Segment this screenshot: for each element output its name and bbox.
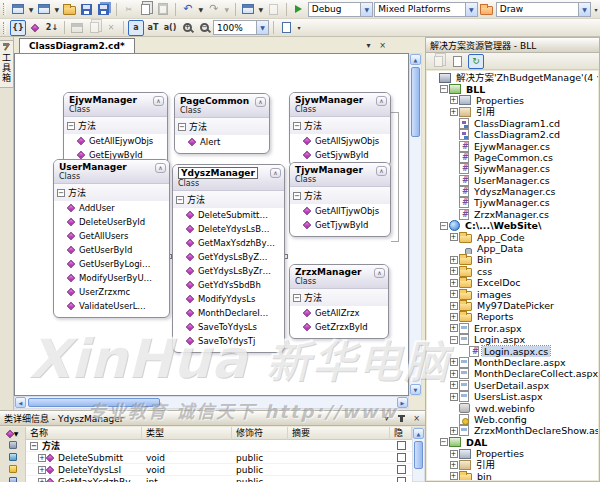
navigate-dropdown[interactable]: ▼ (257, 1, 265, 17)
collapse-chevron-button[interactable]: ∧ (374, 268, 385, 278)
collapse-chevron-button[interactable]: ∧ (155, 163, 166, 173)
tree-item-error.aspx[interactable]: +Error.aspx (427, 323, 598, 334)
scroll-thumb[interactable] (28, 398, 160, 407)
scroll-up-arrow[interactable]: ▲ (410, 54, 421, 65)
close-document-button[interactable]: × (376, 39, 389, 51)
scroll-down-arrow[interactable]: ▼ (410, 384, 421, 395)
collapse-chevron-button[interactable]: ∧ (255, 97, 266, 107)
page-setup-button[interactable] (278, 20, 294, 36)
detail-row-GetMaxYsdzhBy[interactable]: +GetMaxYsdzhByintpublic (26, 476, 412, 482)
add-shape-button[interactable] (27, 20, 43, 36)
col-hidden[interactable]: 隐藏 (390, 427, 412, 440)
method-item[interactable]: GetYdysLsByZr… (173, 264, 284, 278)
window-position-button[interactable]: ▾ (380, 412, 393, 424)
diagram-horizontal-scrollbar[interactable]: ◀ ▶ (14, 396, 409, 409)
undo-dropdown[interactable]: ▼ (197, 1, 205, 17)
col-type[interactable]: 类型 (142, 427, 232, 440)
save-button[interactable] (79, 1, 95, 17)
expand-icon[interactable]: + (449, 233, 458, 241)
section-collapse-icon[interactable]: − (293, 122, 301, 130)
document-list-button[interactable]: ▾ (362, 39, 375, 51)
save-all-button[interactable] (96, 1, 112, 17)
detail-modifier[interactable]: public (232, 465, 288, 475)
hide-checkbox[interactable] (397, 477, 406, 482)
tree-item-reports[interactable]: +Reports (427, 311, 598, 322)
collapse-chevron-button[interactable]: ∧ (376, 166, 387, 176)
detail-row-DeleteSubmitt[interactable]: +DeleteSubmittvoidpublic (26, 452, 412, 464)
method-group-row[interactable]: −方法 (26, 440, 412, 452)
hide-checkbox[interactable] (397, 441, 406, 450)
section-collapse-icon[interactable]: − (57, 189, 65, 197)
method-item[interactable]: ModifyYdysLs (173, 292, 284, 306)
copy-button[interactable] (138, 1, 154, 17)
method-item[interactable]: GetUserById (54, 243, 169, 257)
add-method-button[interactable]: ▼ (7, 430, 19, 437)
solution-explorer-title[interactable]: 解决方案资源管理器 - BLL (426, 38, 599, 53)
tree-item-properties[interactable]: +Properties (427, 95, 598, 106)
method-item[interactable]: GetAllTjywObjs (290, 204, 390, 218)
show-all-files-button[interactable] (449, 54, 465, 69)
class-box-SjywManager[interactable]: SjywManagerClass∧−方法GetAllSjywObjsGetSjy… (289, 92, 391, 167)
association-button[interactable] (86, 20, 102, 36)
tree-item--zhbudgetmanage-4-[interactable]: 解决方案'ZhBudgetManage'(4 个项目) (427, 72, 598, 83)
expand-icon[interactable]: + (449, 472, 458, 480)
method-item[interactable]: ValidateUserL… (54, 299, 169, 313)
method-item[interactable]: DeleteYdysLsB… (173, 222, 284, 236)
collapse-icon[interactable]: − (439, 85, 448, 93)
class-header[interactable]: PageCommonClass∧ (175, 94, 269, 118)
tree-item-ydyszmanager.cs[interactable]: YdyszManager.cs (427, 186, 598, 197)
tree-item-bin[interactable]: +Bin (427, 254, 598, 265)
detail-modifier[interactable]: public (232, 477, 288, 482)
col-modifier[interactable]: 修饰符 (232, 427, 288, 440)
add-event-button[interactable] (9, 465, 17, 473)
zoom-out-button[interactable]: − (196, 20, 212, 36)
method-item[interactable]: GetYdysLsByZ… (173, 250, 284, 264)
class-name-edit-field[interactable]: YdyszManager (178, 167, 258, 179)
col-summary[interactable]: 摘要 (288, 427, 390, 440)
section-collapse-icon[interactable]: − (293, 192, 301, 200)
cut-button[interactable]: ✂ (121, 1, 137, 17)
comment-button[interactable] (266, 1, 282, 17)
method-item[interactable]: GetAllZrzx (290, 306, 388, 320)
method-item[interactable]: GetSjywById (290, 148, 390, 162)
method-item[interactable]: GetMaxYsdzhBy… (173, 236, 284, 250)
auto-hide-pin-button[interactable] (395, 412, 408, 424)
redo-button[interactable]: ↷ (206, 1, 222, 17)
new-project-button[interactable] (10, 1, 26, 17)
expand-icon[interactable]: + (449, 393, 458, 401)
diagram-vertical-scrollbar[interactable]: ▲ ▼ (409, 53, 422, 396)
tree-item-zrzxmanager.cs[interactable]: ZrzxManager.cs (427, 209, 598, 220)
expand-icon[interactable]: + (449, 313, 458, 321)
toolbox-tab[interactable]: 工具箱 (0, 40, 14, 88)
tree-item-app_code[interactable]: +App_Code (427, 231, 598, 242)
tree-item-app_data[interactable]: App_Data (427, 243, 598, 254)
methods-section-header[interactable]: −方法 (175, 118, 269, 135)
toolbar-grip[interactable] (3, 22, 6, 34)
section-collapse-icon[interactable]: − (176, 196, 184, 204)
display-name-type-button[interactable]: aT (145, 20, 161, 36)
class-box-TjywManager[interactable]: TjywManagerClass∧−方法GetAllTjywObjsGetTjy… (289, 162, 391, 237)
collapse-icon[interactable]: − (30, 442, 38, 450)
undo-button[interactable]: ↶ (180, 1, 196, 17)
expand-icon[interactable]: + (449, 370, 458, 378)
tree-item-c-...-website-[interactable]: −C:\...\WebSite\ (427, 220, 598, 231)
association-connector[interactable] (391, 112, 399, 113)
methods-section-header[interactable]: −方法 (54, 184, 169, 201)
method-item[interactable]: GetZrzxById (290, 320, 388, 334)
tree-item-exceldoc[interactable]: +ExcelDoc (427, 277, 598, 288)
debug-config-combo[interactable]: Debug ▼ (308, 2, 374, 17)
method-item[interactable]: GetAllUsers (54, 229, 169, 243)
tree-item-login.aspx.cs[interactable]: Login.aspx.cs (427, 345, 598, 356)
tree-item-monthdeclare.aspx[interactable]: +MonthDeclare.aspx (427, 357, 598, 368)
expand-icon[interactable]: + (449, 96, 458, 104)
zoom-level-combo[interactable]: 100% ▼ (213, 20, 269, 35)
display-signature-button[interactable]: a() (162, 20, 178, 36)
tree-item-userdetail.aspx[interactable]: +UserDetail.aspx (427, 380, 598, 391)
navigate-class-button[interactable] (9, 477, 17, 482)
tree-item--[interactable]: +引用 (427, 459, 598, 470)
add-property-button[interactable] (9, 441, 17, 449)
class-box-UserManager[interactable]: UserManagerClass∧−方法AddUserDeleteUserByI… (53, 159, 170, 318)
tree-item-properties[interactable]: +Properties (427, 448, 598, 459)
method-item[interactable]: GetTjywById (290, 218, 390, 232)
section-collapse-icon[interactable]: − (178, 123, 186, 131)
